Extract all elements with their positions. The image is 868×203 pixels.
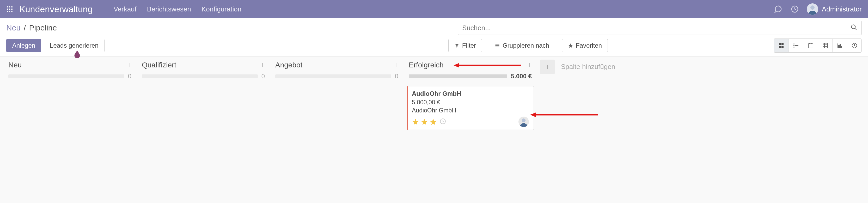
- svg-marker-44: [454, 63, 459, 68]
- view-list-icon[interactable]: [788, 39, 803, 52]
- svg-rect-4: [9, 9, 10, 10]
- group-by-button[interactable]: Gruppieren nach: [489, 39, 555, 52]
- svg-rect-17: [781, 43, 783, 45]
- drip-decoration-icon: [72, 50, 82, 59]
- messaging-icon[interactable]: [773, 4, 783, 14]
- card-priority-stars[interactable]: [412, 118, 437, 126]
- svg-point-23: [794, 44, 794, 44]
- column-add-icon[interactable]: +: [527, 61, 532, 69]
- card-amount: 5.000,00 €: [412, 99, 529, 106]
- annotation-arrow-icon: [530, 112, 598, 118]
- menu-verkauf[interactable]: Verkauf: [114, 5, 136, 13]
- svg-rect-26: [808, 44, 813, 48]
- svg-rect-37: [839, 45, 839, 47]
- star-filled-icon: [421, 118, 428, 126]
- svg-rect-0: [7, 6, 8, 7]
- column-add-icon[interactable]: +: [394, 61, 398, 69]
- svg-rect-2: [11, 6, 12, 7]
- view-pivot-icon[interactable]: [818, 39, 832, 52]
- user-menu[interactable]: Administrator: [807, 3, 862, 15]
- svg-rect-5: [11, 9, 12, 10]
- svg-rect-1: [9, 6, 10, 7]
- funnel-icon: [454, 43, 460, 48]
- svg-rect-19: [781, 46, 783, 48]
- favorites-button[interactable]: Favoriten: [562, 39, 608, 52]
- menu-konfiguration[interactable]: Konfiguration: [202, 5, 241, 13]
- column-progress-bar[interactable]: [409, 74, 507, 78]
- view-kanban-icon[interactable]: [774, 39, 788, 52]
- svg-rect-18: [779, 46, 781, 48]
- kanban-add-column[interactable]: + Spalte hinzufügen: [537, 57, 671, 130]
- filter-button[interactable]: Filter: [448, 39, 482, 52]
- kanban-column-qualifiziert: Qualifiziert + 0: [136, 57, 270, 130]
- search-icon[interactable]: [850, 24, 857, 32]
- svg-rect-3: [7, 9, 8, 10]
- activities-icon[interactable]: [790, 4, 800, 14]
- annotation-arrow-icon: [454, 62, 521, 68]
- svg-rect-6: [7, 11, 8, 12]
- view-graph-icon[interactable]: [832, 39, 847, 52]
- svg-marker-46: [530, 112, 536, 117]
- column-amount: 5.000 €: [511, 73, 532, 80]
- view-switcher: [774, 38, 862, 53]
- svg-line-12: [855, 28, 857, 30]
- column-add-icon[interactable]: +: [127, 61, 131, 69]
- column-progress-bar[interactable]: [8, 74, 124, 78]
- breadcrumb-sep: /: [24, 24, 26, 32]
- star-filled-icon: [412, 118, 419, 126]
- column-count: 0: [261, 73, 265, 80]
- svg-point-24: [794, 45, 794, 46]
- column-count: 0: [128, 73, 131, 80]
- user-avatar-icon: [807, 3, 818, 15]
- group-by-label: Gruppieren nach: [502, 42, 549, 49]
- breadcrumb-current: Pipeline: [29, 24, 57, 32]
- svg-rect-39: [841, 46, 842, 47]
- svg-rect-7: [9, 11, 10, 12]
- star-icon: [568, 43, 573, 48]
- kanban-column-neu: Neu + 0: [3, 57, 136, 130]
- svg-rect-30: [823, 43, 828, 48]
- column-count: 0: [395, 73, 398, 80]
- add-column-plus-icon[interactable]: +: [540, 60, 555, 74]
- svg-rect-8: [11, 11, 12, 12]
- column-title[interactable]: Angebot: [275, 61, 302, 69]
- svg-point-25: [794, 47, 794, 47]
- filter-label: Filter: [462, 42, 476, 49]
- create-button[interactable]: Anlegen: [6, 39, 41, 52]
- favorites-label: Favoriten: [576, 42, 602, 49]
- card-user-avatar-icon[interactable]: [519, 116, 529, 127]
- column-add-icon[interactable]: +: [260, 61, 265, 69]
- svg-rect-16: [779, 43, 781, 45]
- column-title[interactable]: Qualifiziert: [142, 61, 176, 69]
- user-name: Administrator: [822, 5, 862, 13]
- star-filled-icon: [430, 118, 437, 126]
- column-title[interactable]: Neu: [8, 61, 22, 69]
- svg-rect-38: [840, 44, 841, 47]
- svg-point-10: [810, 5, 814, 10]
- card-title: AudioOhr GmbH: [412, 90, 529, 97]
- view-activity-icon[interactable]: [847, 39, 862, 52]
- kanban-card[interactable]: AudioOhr GmbH 5.000,00 € AudioOhr GmbH: [407, 86, 534, 130]
- card-activity-icon[interactable]: [439, 118, 446, 126]
- search-box[interactable]: [458, 21, 862, 35]
- breadcrumb-parent[interactable]: Neu: [6, 24, 21, 32]
- kanban-column-angebot: Angebot + 0: [270, 57, 403, 130]
- column-progress-bar[interactable]: [142, 74, 258, 78]
- svg-point-11: [851, 25, 855, 29]
- add-column-label[interactable]: Spalte hinzufügen: [561, 60, 615, 71]
- search-input[interactable]: [462, 24, 850, 32]
- apps-icon[interactable]: [6, 6, 13, 12]
- app-title[interactable]: Kundenverwaltung: [19, 4, 93, 14]
- column-progress-bar[interactable]: [275, 74, 391, 78]
- breadcrumb: Neu / Pipeline: [6, 24, 57, 32]
- svg-point-42: [522, 119, 526, 122]
- view-calendar-icon[interactable]: [803, 39, 818, 52]
- menu-berichtswesen[interactable]: Berichtswesen: [147, 5, 191, 13]
- card-customer: AudioOhr GmbH: [412, 107, 529, 114]
- column-title[interactable]: Erfolgreich: [409, 61, 444, 69]
- list-icon: [495, 43, 500, 48]
